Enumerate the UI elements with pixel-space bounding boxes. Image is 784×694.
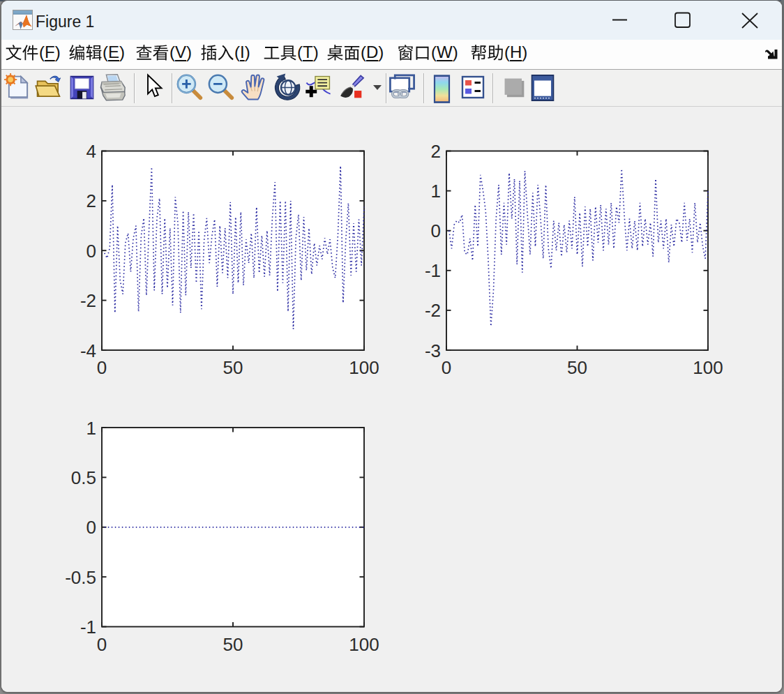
- svg-text:100: 100: [349, 357, 379, 378]
- svg-text:0: 0: [431, 220, 441, 241]
- svg-text:-2: -2: [425, 300, 441, 321]
- svg-text:0: 0: [442, 357, 451, 378]
- svg-text:-4: -4: [80, 340, 96, 361]
- svg-text:0: 0: [97, 357, 107, 378]
- svg-text:0: 0: [97, 634, 107, 655]
- svg-text:2: 2: [431, 141, 441, 162]
- svg-text:-1: -1: [80, 617, 96, 638]
- svg-text:-0.5: -0.5: [65, 567, 96, 588]
- svg-text:0.5: 0.5: [71, 467, 96, 488]
- svg-text:50: 50: [567, 357, 587, 378]
- svg-text:0: 0: [86, 241, 96, 262]
- svg-text:50: 50: [223, 357, 243, 378]
- svg-text:0: 0: [86, 517, 96, 538]
- svg-text:50: 50: [223, 634, 243, 655]
- svg-text:-3: -3: [425, 340, 441, 361]
- svg-text:-1: -1: [425, 260, 441, 281]
- svg-text:2: 2: [86, 190, 96, 211]
- svg-text:100: 100: [693, 357, 723, 378]
- svg-text:1: 1: [431, 181, 441, 202]
- svg-text:100: 100: [349, 634, 379, 655]
- svg-text:-2: -2: [80, 290, 96, 311]
- svg-text:4: 4: [86, 141, 96, 162]
- svg-text:1: 1: [86, 418, 96, 439]
